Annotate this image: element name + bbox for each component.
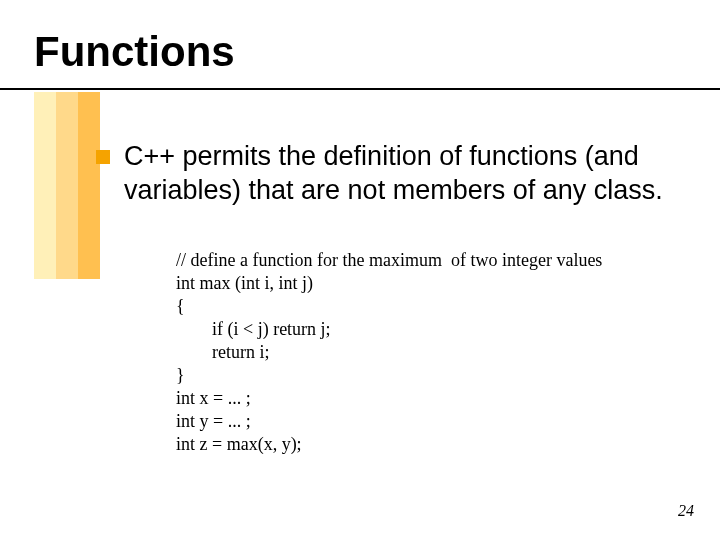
decorative-bar-2 [56, 92, 78, 279]
title-underline [0, 88, 720, 90]
decorative-bar-1 [34, 92, 56, 279]
page-number: 24 [678, 502, 694, 520]
bullet-square-icon [96, 150, 110, 164]
decorative-bar-3 [78, 92, 100, 279]
code-block: // define a function for the maximum of … [176, 249, 602, 456]
body-text: C++ permits the definition of functions … [124, 140, 684, 208]
slide-title: Functions [34, 28, 235, 76]
